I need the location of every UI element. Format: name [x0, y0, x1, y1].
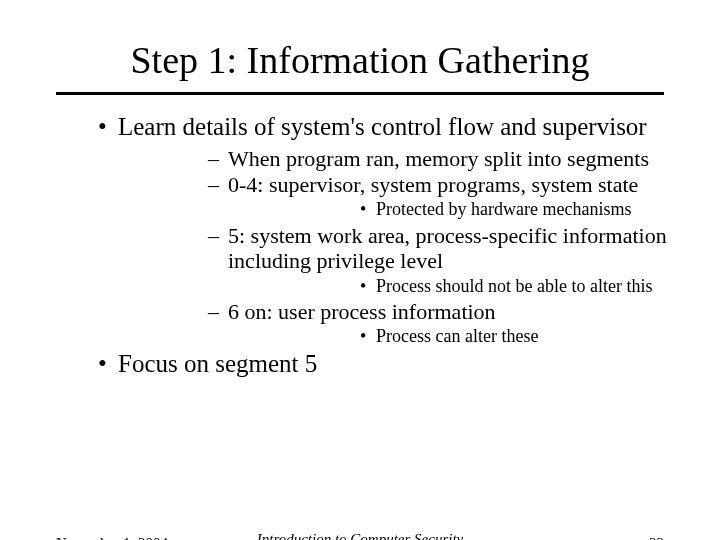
slide-content: Learn details of system's control flow a… [0, 113, 720, 379]
title-underline [56, 92, 664, 95]
bullet-item: Focus on segment 5 [40, 350, 680, 379]
bullet-item: Protected by hardware mechanisms [228, 199, 680, 221]
footer-page-number: 22 [649, 535, 664, 540]
bullet-text: Learn details of system's control flow a… [118, 113, 647, 140]
bullet-list-level3: Process can alter these [228, 326, 680, 348]
slide-footer: November 1, 2004 Introduction to Compute… [0, 530, 720, 540]
bullet-item: 0-4: supervisor, system programs, system… [118, 172, 680, 221]
bullet-list-level1: Learn details of system's control flow a… [40, 113, 680, 379]
bullet-item: 5: system work area, process-specific in… [118, 223, 680, 297]
bullet-item: Process can alter these [228, 326, 680, 348]
bullet-text: 6 on: user process information [228, 299, 496, 324]
bullet-text: Process can alter these [376, 326, 538, 346]
bullet-text: 5: system work area, process-specific in… [228, 223, 667, 273]
bullet-text: Focus on segment 5 [118, 350, 317, 377]
bullet-text: When program ran, memory split into segm… [228, 146, 649, 171]
bullet-item: Learn details of system's control flow a… [40, 113, 680, 348]
footer-title: Introduction to Computer Security [257, 531, 464, 540]
slide-title: Step 1: Information Gathering [0, 38, 720, 82]
bullet-list-level2: When program ran, memory split into segm… [118, 146, 680, 348]
bullet-list-level3: Process should not be able to alter this [228, 276, 680, 298]
slide: Step 1: Information Gathering Learn deta… [0, 38, 720, 540]
bullet-text: Process should not be able to alter this [376, 276, 652, 296]
bullet-text: Protected by hardware mechanisms [376, 199, 631, 219]
bullet-item: Process should not be able to alter this [228, 276, 680, 298]
bullet-item: When program ran, memory split into segm… [118, 146, 680, 171]
footer-date: November 1, 2004 [56, 535, 168, 540]
bullet-item: 6 on: user process information Process c… [118, 299, 680, 348]
bullet-text: 0-4: supervisor, system programs, system… [228, 172, 638, 197]
bullet-list-level3: Protected by hardware mechanisms [228, 199, 680, 221]
